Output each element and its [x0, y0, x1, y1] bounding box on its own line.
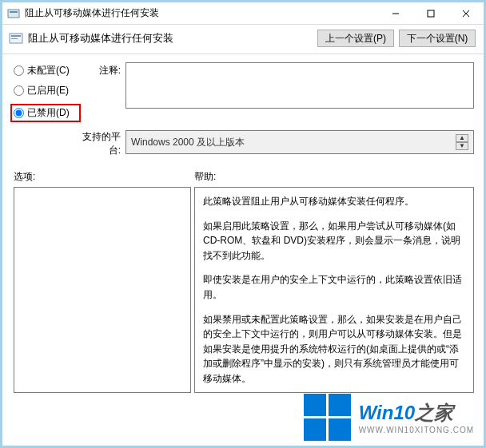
radio-disabled-input[interactable]	[14, 108, 24, 118]
svg-rect-8	[11, 38, 18, 39]
policy-icon	[9, 31, 23, 46]
previous-setting-button[interactable]: 上一个设置(P)	[317, 30, 394, 47]
help-text: 如果启用此策略设置，那么，如果用户尝试从可移动媒体(如 CD-ROM、软盘和 D…	[203, 219, 465, 264]
svg-rect-1	[10, 11, 18, 13]
maximize-button[interactable]	[413, 2, 448, 24]
svg-rect-7	[11, 35, 21, 37]
next-setting-button[interactable]: 下一个设置(N)	[399, 30, 476, 47]
help-panel: 此策略设置阻止用户从可移动媒体安装任何程序。 如果启用此策略设置，那么，如果用户…	[194, 187, 474, 393]
help-text: 即使安装是在用户的安全上下文中运行的，此策略设置依旧适用。	[203, 272, 465, 302]
comment-input[interactable]	[125, 62, 474, 109]
window-title: 阻止从可移动媒体进行任何安装	[25, 6, 378, 20]
radio-enabled[interactable]: 已启用(E)	[14, 84, 81, 97]
radio-not-configured[interactable]: 未配置(C)	[14, 64, 81, 77]
options-section-label: 选项:	[14, 170, 194, 184]
watermark: Win10之家 WWW.WIN10XITONG.COM	[304, 394, 474, 441]
minimize-button[interactable]	[378, 2, 413, 24]
platform-scroll-up[interactable]: ▲	[456, 134, 468, 142]
radio-disabled[interactable]: 已禁用(D)	[10, 104, 81, 122]
radio-enabled-label: 已启用(E)	[27, 84, 69, 97]
watermark-brand: Win10	[359, 402, 415, 423]
help-text: 此策略设置阻止用户从可移动媒体安装任何程序。	[203, 194, 465, 209]
svg-rect-3	[428, 10, 434, 17]
supported-platform-text: Windows 2000 及以上版本	[131, 136, 245, 149]
help-text: 如果禁用或未配置此策略设置，那么，如果安装是在用户自己的安全上下文中运行的，则用…	[203, 312, 465, 387]
platform-label: 支持的平台:	[81, 127, 125, 157]
radio-disabled-label: 已禁用(D)	[27, 106, 70, 120]
watermark-brand-sub: 之家	[415, 402, 453, 423]
help-section-label: 帮助:	[194, 170, 474, 184]
close-button[interactable]	[448, 2, 484, 24]
header-row: 阻止从可移动媒体进行任何安装 上一个设置(P) 下一个设置(N)	[2, 25, 484, 54]
radio-enabled-input[interactable]	[14, 85, 24, 96]
platform-scroll-down[interactable]: ▼	[456, 142, 468, 150]
supported-platform-box: Windows 2000 及以上版本 ▲ ▼	[125, 130, 474, 154]
options-panel	[14, 187, 191, 393]
windows-logo-icon	[304, 394, 351, 441]
svg-rect-0	[8, 10, 19, 18]
window-titlebar: 阻止从可移动媒体进行任何安装	[2, 2, 484, 25]
radio-not-configured-input[interactable]	[14, 65, 24, 76]
app-icon	[7, 7, 20, 20]
comment-label: 注释:	[81, 62, 125, 77]
radio-not-configured-label: 未配置(C)	[27, 64, 70, 77]
page-title: 阻止从可移动媒体进行任何安装	[28, 31, 313, 46]
watermark-url: WWW.WIN10XITONG.COM	[359, 426, 474, 434]
